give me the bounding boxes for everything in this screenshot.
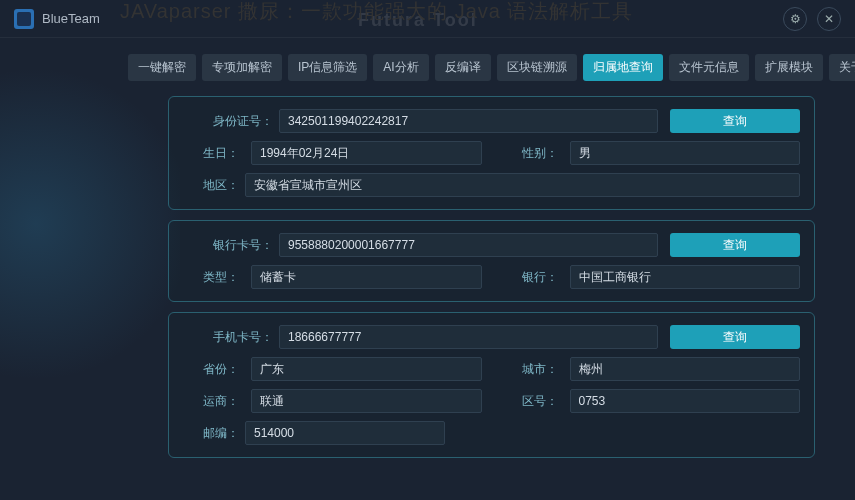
birth-field[interactable] bbox=[251, 141, 482, 165]
bank-name-label: 银行： bbox=[502, 269, 558, 286]
phone-section: 手机卡号： 查询 省份： 城市： 运商： 区号： bbox=[168, 312, 815, 458]
settings-button[interactable]: ⚙ bbox=[783, 7, 807, 31]
tab-decrypt[interactable]: 一键解密 bbox=[128, 54, 196, 81]
card-type-label: 类型： bbox=[183, 269, 239, 286]
id-number-label: 身份证号： bbox=[183, 113, 273, 130]
province-label: 省份： bbox=[183, 361, 239, 378]
postal-field[interactable] bbox=[245, 421, 445, 445]
app-name: BlueTeam bbox=[42, 11, 100, 26]
bank-query-button[interactable]: 查询 bbox=[670, 233, 800, 257]
tab-blockchain[interactable]: 区块链溯源 bbox=[497, 54, 577, 81]
card-type-field[interactable] bbox=[251, 265, 482, 289]
tab-ai-analysis[interactable]: AI分析 bbox=[373, 54, 428, 81]
gender-label: 性别： bbox=[502, 145, 558, 162]
area-code-field[interactable] bbox=[570, 389, 801, 413]
bank-card-label: 银行卡号： bbox=[183, 237, 273, 254]
phone-number-input[interactable] bbox=[279, 325, 658, 349]
bank-name-field[interactable] bbox=[570, 265, 801, 289]
tab-extensions[interactable]: 扩展模块 bbox=[755, 54, 823, 81]
tab-file-meta[interactable]: 文件元信息 bbox=[669, 54, 749, 81]
tab-bar: 一键解密 专项加解密 IP信息筛选 AI分析 反编译 区块链溯源 归属地查询 文… bbox=[0, 38, 855, 92]
app-logo-icon bbox=[14, 9, 34, 29]
area-code-label: 区号： bbox=[502, 393, 558, 410]
province-field[interactable] bbox=[251, 357, 482, 381]
bank-card-input[interactable] bbox=[279, 233, 658, 257]
bank-section: 银行卡号： 查询 类型： 银行： bbox=[168, 220, 815, 302]
id-query-button[interactable]: 查询 bbox=[670, 109, 800, 133]
tab-about[interactable]: 关于 bbox=[829, 54, 855, 81]
city-label: 城市： bbox=[502, 361, 558, 378]
id-section: 身份证号： 查询 生日： 性别： 地区： bbox=[168, 96, 815, 210]
close-icon: ✕ bbox=[824, 12, 834, 26]
region-field[interactable] bbox=[245, 173, 800, 197]
carrier-label: 运商： bbox=[183, 393, 239, 410]
tab-decompile[interactable]: 反编译 bbox=[435, 54, 491, 81]
tab-special-crypto[interactable]: 专项加解密 bbox=[202, 54, 282, 81]
page-heading: JAVaparser 撒尿：一款功能强大的 Java 语法解析工具 bbox=[120, 0, 633, 25]
tab-location-lookup[interactable]: 归属地查询 bbox=[583, 54, 663, 81]
carrier-field[interactable] bbox=[251, 389, 482, 413]
id-number-input[interactable] bbox=[279, 109, 658, 133]
gender-field[interactable] bbox=[570, 141, 801, 165]
postal-label: 邮编： bbox=[183, 425, 239, 442]
region-label: 地区： bbox=[183, 177, 239, 194]
phone-number-label: 手机卡号： bbox=[183, 329, 273, 346]
tab-ip-filter[interactable]: IP信息筛选 bbox=[288, 54, 367, 81]
city-field[interactable] bbox=[570, 357, 801, 381]
phone-query-button[interactable]: 查询 bbox=[670, 325, 800, 349]
gear-icon: ⚙ bbox=[790, 12, 801, 26]
birth-label: 生日： bbox=[183, 145, 239, 162]
close-button[interactable]: ✕ bbox=[817, 7, 841, 31]
